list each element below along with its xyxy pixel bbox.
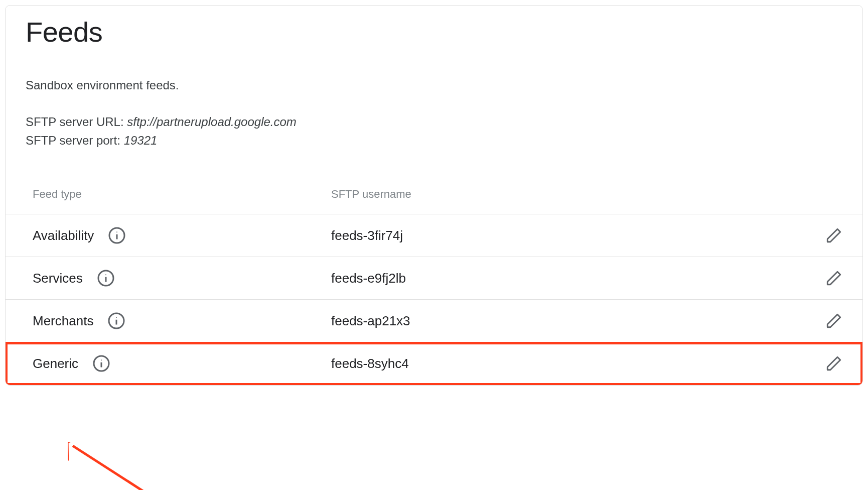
feed-type-label: Generic — [33, 356, 78, 372]
feed-type-label: Services — [33, 271, 83, 286]
feed-type-label: Availability — [33, 228, 94, 243]
annotation-arrow-icon — [68, 442, 158, 490]
col-header-sftp-username: SFTP username — [331, 188, 807, 201]
sftp-username-value: feeds-e9fj2lb — [331, 271, 807, 286]
info-icon[interactable] — [107, 312, 125, 330]
edit-icon[interactable] — [825, 270, 842, 287]
info-icon[interactable] — [97, 269, 115, 287]
sftp-url-value: sftp://partnerupload.google.com — [127, 115, 297, 129]
table-row: Generic feeds-8syhc4 — [6, 342, 862, 385]
svg-point-2 — [116, 232, 117, 233]
table-row: Merchants feeds-ap21x3 — [6, 300, 862, 342]
edit-icon[interactable] — [825, 355, 842, 372]
info-icon[interactable] — [108, 226, 126, 244]
table-row: Services feeds-e9fj2lb — [6, 257, 862, 300]
edit-icon[interactable] — [825, 227, 842, 244]
sftp-username-value: feeds-3fir74j — [331, 228, 807, 243]
info-icon[interactable] — [92, 354, 110, 373]
table-header-row: Feed type SFTP username — [6, 175, 862, 214]
sftp-username-value: feeds-ap21x3 — [331, 313, 807, 329]
sftp-username-value: feeds-8syhc4 — [331, 356, 807, 372]
page-title: Feeds — [26, 16, 842, 48]
feeds-card: Feeds Sandbox environment feeds. SFTP se… — [5, 5, 863, 386]
svg-point-8 — [116, 317, 117, 318]
svg-line-12 — [73, 446, 143, 490]
svg-point-11 — [101, 360, 102, 361]
sftp-port-value: 19321 — [124, 134, 158, 147]
table-row: Availability feeds-3fir74j — [6, 214, 862, 257]
subtitle-text: Sandbox environment feeds. — [26, 78, 842, 92]
feed-type-label: Merchants — [33, 313, 93, 329]
svg-point-5 — [105, 275, 106, 276]
col-header-feed-type: Feed type — [33, 188, 331, 201]
sftp-port-label: SFTP server port: — [26, 134, 120, 147]
sftp-url-label: SFTP server URL: — [26, 115, 124, 129]
server-info-block: SFTP server URL: sftp://partnerupload.go… — [26, 112, 842, 150]
edit-icon[interactable] — [825, 312, 842, 329]
